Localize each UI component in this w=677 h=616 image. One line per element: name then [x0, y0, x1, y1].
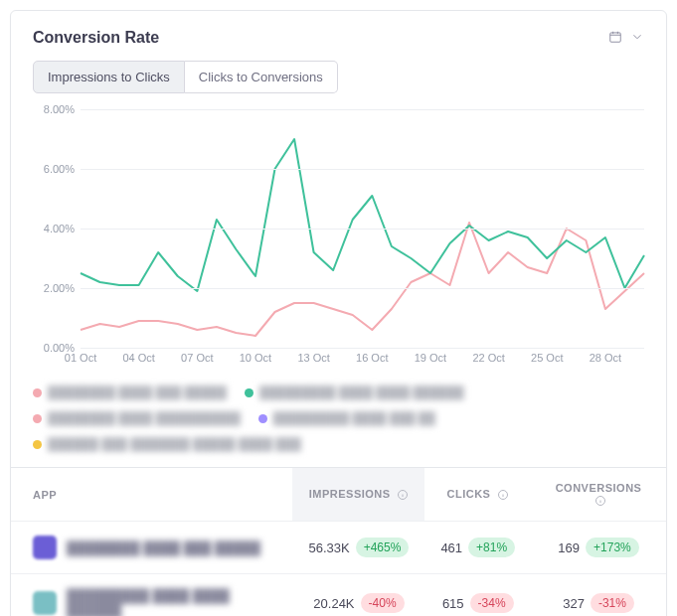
metric-tabs: Impressions to Clicks Clicks to Conversi…	[11, 61, 666, 103]
impressions-value: 56.33K	[308, 540, 349, 555]
apps-table: APP IMPRESSIONS CLICKS CONVERSIONS █████…	[11, 467, 666, 616]
legend-swatch	[33, 440, 42, 449]
tab-impressions-to-clicks[interactable]: Impressions to Clicks	[33, 61, 185, 93]
card-title: Conversion Rate	[33, 29, 159, 47]
y-axis-label: 2.00%	[33, 282, 75, 294]
card-header: Conversion Rate	[11, 11, 666, 61]
legend-swatch	[33, 388, 42, 397]
grid-line	[81, 348, 644, 349]
legend-item[interactable]: █████████ ████ ████ ██████	[245, 385, 464, 399]
svg-rect-0	[610, 32, 621, 41]
conversions-delta: -31%	[591, 593, 634, 613]
app-icon	[33, 536, 57, 559]
col-header-impressions[interactable]: IMPRESSIONS	[292, 468, 424, 522]
date-picker[interactable]	[608, 30, 644, 47]
grid-line	[81, 229, 644, 230]
impressions-value: 20.24K	[313, 596, 354, 611]
table-row[interactable]: █████████ ████ ████ ██████20.24K-40%615-…	[11, 574, 666, 616]
tab-clicks-to-conversions[interactable]: Clicks to Conversions	[185, 61, 338, 93]
x-axis-label: 19 Oct	[415, 352, 446, 364]
y-axis-label: 6.00%	[33, 163, 75, 175]
y-axis-label: 4.00%	[33, 223, 75, 234]
x-axis-label: 07 Oct	[181, 352, 213, 364]
col-header-app[interactable]: APP	[11, 468, 292, 522]
app-icon	[33, 591, 57, 615]
x-axis-label: 22 Oct	[472, 352, 504, 364]
table-row[interactable]: ████████ ████ ███ █████56.33K+465%461+81…	[11, 522, 666, 574]
x-axis-label: 25 Oct	[531, 352, 563, 364]
x-axis-label: 04 Oct	[122, 352, 154, 364]
info-icon[interactable]	[594, 495, 606, 507]
impressions-delta: -40%	[361, 593, 405, 613]
grid-line	[81, 169, 644, 170]
chart-series	[81, 139, 644, 291]
col-header-clicks[interactable]: CLICKS	[424, 468, 531, 522]
clicks-value: 615	[442, 596, 464, 611]
legend-label: ████████ ████ ███ █████	[48, 385, 227, 399]
col-header-conversions[interactable]: CONVERSIONS	[531, 468, 666, 522]
legend-item[interactable]: ████████ ████ ██████████	[33, 411, 241, 425]
y-axis-label: 8.00%	[33, 103, 75, 115]
legend-label: ██████ ███ ███████ █████ ████ ███	[48, 437, 301, 451]
x-axis-label: 10 Oct	[240, 352, 271, 364]
app-name: ████████ ████ ███ █████	[67, 540, 260, 555]
legend-label: █████████ ████ ███ ██	[273, 411, 435, 425]
conversions-value: 327	[563, 596, 585, 611]
chart-legend: ████████ ████ ███ ██████████████ ████ ██…	[11, 378, 666, 467]
clicks-delta: -34%	[470, 593, 514, 613]
clicks-delta: +81%	[468, 538, 515, 557]
x-axis-label: 28 Oct	[590, 352, 621, 364]
legend-label: ████████ ████ ██████████	[48, 411, 241, 425]
x-axis-label: 01 Oct	[65, 352, 96, 364]
calendar-icon	[608, 30, 622, 47]
info-icon[interactable]	[497, 489, 509, 501]
conversion-rate-card: Conversion Rate Impressions to Clicks Cl…	[10, 10, 667, 616]
grid-line	[81, 109, 644, 110]
legend-item[interactable]: ██████ ███ ███████ █████ ████ ███	[33, 437, 301, 451]
chart: 0.00%2.00%4.00%6.00%8.00% 01 Oct04 Oct07…	[11, 103, 666, 378]
chart-series	[81, 223, 644, 336]
x-axis-label: 13 Oct	[297, 352, 329, 364]
x-axis-label: 16 Oct	[356, 352, 388, 364]
legend-item[interactable]: █████████ ████ ███ ██	[258, 411, 435, 425]
legend-swatch	[258, 414, 267, 423]
info-icon[interactable]	[397, 489, 409, 501]
grid-line	[81, 288, 644, 289]
conversions-value: 169	[558, 540, 580, 555]
conversions-delta: +173%	[586, 538, 639, 557]
legend-swatch	[245, 388, 254, 397]
legend-swatch	[33, 414, 42, 423]
legend-label: █████████ ████ ████ ██████	[259, 385, 464, 399]
chevron-down-icon	[630, 30, 644, 47]
legend-item[interactable]: ████████ ████ ███ █████	[33, 385, 227, 399]
impressions-delta: +465%	[356, 538, 410, 557]
clicks-value: 461	[440, 540, 462, 555]
app-name: █████████ ████ ████ ██████	[67, 588, 276, 616]
